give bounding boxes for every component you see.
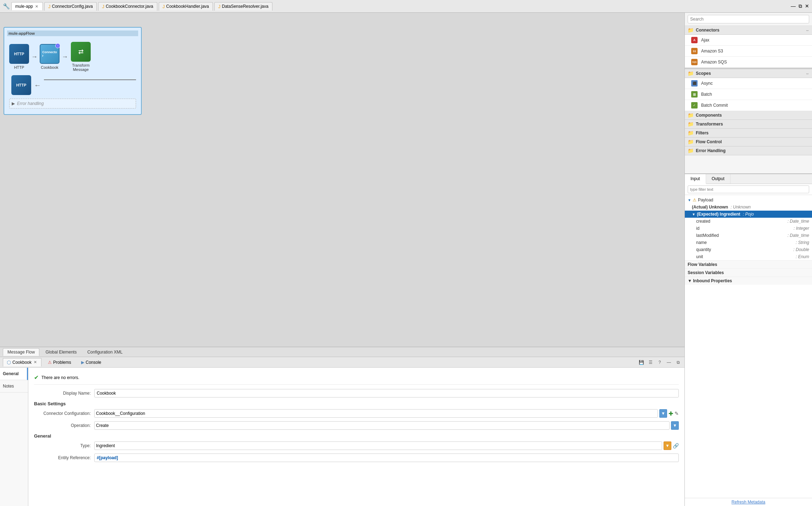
palette-section-error-handling[interactable]: 📁 Error Handling (685, 146, 812, 155)
app-tab-label: mule-app (15, 4, 33, 9)
transform-node[interactable]: ⇄ Transform Message (70, 42, 91, 72)
file-tab-4[interactable]: J DataSenseResolver.java (214, 2, 272, 11)
io-footer: Refresh Metadata (685, 498, 812, 506)
palette-search-input[interactable] (688, 15, 809, 23)
app-tab[interactable]: mule-app ✕ (11, 2, 43, 10)
id-type: : Integer (794, 226, 809, 231)
java-icon-2: J (102, 4, 105, 9)
http-node[interactable]: HTTP HTTP (9, 44, 29, 69)
palette-section-transformers[interactable]: 📁 Transformers (685, 120, 812, 129)
file-tab-2[interactable]: J CookbookConnector.java (98, 2, 157, 11)
unit-label: unit (696, 254, 793, 259)
file-tab-label-3: CookbookHandler.java (166, 4, 209, 9)
expected-bold: (Expected) Ingredient (697, 212, 740, 217)
maximize-panel-btn[interactable]: ⧉ (675, 359, 682, 366)
io-tab-input[interactable]: Input (685, 174, 706, 184)
console-label: Console (86, 360, 101, 365)
last-modified-type: : Date_time (788, 233, 809, 238)
tab-problems[interactable]: ⚠ Problems (44, 359, 75, 366)
tree-quantity[interactable]: quantity : Double (685, 246, 812, 253)
minimize-panel-btn[interactable]: — (665, 359, 672, 366)
tab-configuration-xml[interactable]: Configuration XML (83, 348, 127, 356)
palette-section-connectors[interactable]: 📁 Connectors ↔ (685, 26, 812, 35)
last-modified-label: lastModified (696, 233, 785, 238)
palette-item-batch[interactable]: ▦ Batch (685, 89, 812, 100)
close-btn[interactable]: ✕ (805, 3, 809, 9)
main-layout: mule-appFlow HTTP HTTP → Connector (0, 13, 812, 506)
refresh-metadata-link[interactable]: Refresh Metadata (732, 500, 765, 505)
file-tab-label-2: CookbookConnector.java (106, 4, 153, 9)
cookbook-area: ⬡ Cookbook ✕ ⚠ Problems ▶ Console 💾 ☰ ? … (0, 357, 684, 506)
file-tab-label-4: DataSenseResolver.java (222, 4, 268, 9)
return-arrow: ← (34, 81, 41, 89)
minimize-btn[interactable]: — (791, 3, 796, 9)
tree-last-modified[interactable]: lastModified : Date_time (685, 232, 812, 239)
tree-unit[interactable]: unit : Enum (685, 253, 812, 260)
palette-section-flow-control[interactable]: 📁 Flow Control (685, 138, 812, 146)
palette-item-async[interactable]: ⬛ Async (685, 78, 812, 89)
operation-arrow[interactable]: ▼ (671, 421, 679, 430)
tab-console[interactable]: ▶ Console (78, 359, 105, 366)
components-folder-icon: 📁 (688, 112, 694, 118)
cookbook-node[interactable]: Connector ↑ Cookbook (40, 44, 60, 69)
tree-payload[interactable]: ▼ ⚠ Payload (685, 196, 812, 204)
flow-nodes: HTTP HTTP → Connector ↑ Cookbook (7, 39, 138, 74)
tab-global-elements[interactable]: Global Elements (41, 348, 81, 356)
io-tree: ▼ ⚠ Payload (Actual) Unknown : Unknown ▼… (685, 195, 812, 498)
file-tab-1[interactable]: J ConnectorConfig.java (44, 2, 97, 11)
error-handling-section[interactable]: ▶ Error handling (9, 99, 136, 109)
restore-btn[interactable]: ⧉ (799, 3, 802, 9)
type-link-btn[interactable]: 🔗 (673, 443, 679, 449)
type-arrow[interactable]: ▼ (664, 441, 671, 450)
io-tabs: Input Output (685, 174, 812, 184)
app-icon: 🔧 (3, 3, 10, 10)
return-http-node[interactable]: HTTP (11, 75, 31, 95)
name-label: name (696, 240, 793, 245)
tree-actual-unknown[interactable]: (Actual) Unknown : Unknown (685, 204, 812, 211)
nav-general[interactable]: General (0, 368, 28, 380)
flow-variables-section[interactable]: Flow Variables (685, 260, 812, 268)
inbound-properties-section[interactable]: ▼ Inbound Properties (685, 277, 812, 285)
session-variables-section[interactable]: Session Variables (685, 268, 812, 277)
connector-config-select[interactable]: Cookbook__Configuration (94, 409, 658, 418)
edit-config-btn[interactable]: ✎ (675, 411, 679, 416)
unit-type: : Enum (796, 254, 809, 259)
help-btn[interactable]: ? (656, 359, 663, 366)
entity-ref-input[interactable] (94, 454, 679, 462)
tree-name[interactable]: name : String (685, 239, 812, 246)
palette-section-scopes[interactable]: 📁 Scopes ↔ (685, 69, 812, 78)
io-filter-input[interactable] (688, 185, 809, 193)
display-name-input[interactable] (94, 389, 679, 397)
connector-config-arrow[interactable]: ▼ (659, 409, 667, 418)
problems-icon: ⚠ (48, 360, 52, 365)
tree-expected-ingredient[interactable]: ▼ (Expected) Ingredient : Pojo (685, 211, 812, 218)
palette-section-filters[interactable]: 📁 Filters (685, 129, 812, 138)
tree-id[interactable]: id : Integer (685, 225, 812, 232)
palette-item-amazon-s3[interactable]: S3 Amazon S3 (685, 46, 812, 57)
palette-section-components[interactable]: 📁 Components (685, 111, 812, 120)
palette-item-ajax[interactable]: A Ajax (685, 35, 812, 46)
nav-notes[interactable]: Notes (0, 380, 28, 393)
file-tab-3[interactable]: J CookbookHandler.java (159, 2, 213, 11)
connectors-section-label: Connectors (696, 28, 803, 33)
palette-item-amazon-sqs[interactable]: SQS Amazon SQS (685, 57, 812, 68)
transform-node-icon: ⇄ (71, 42, 91, 62)
io-tab-output[interactable]: Output (706, 174, 731, 184)
palette-item-batch-commit[interactable]: ✓ Batch Commit (685, 100, 812, 111)
save-btn[interactable]: 💾 (638, 359, 645, 366)
list-btn[interactable]: ☰ (647, 359, 654, 366)
cookbook-tab-close[interactable]: ✕ (33, 360, 38, 365)
cookbook-tab-icon: ⬡ (7, 360, 11, 365)
components-section-label: Components (696, 113, 809, 118)
operation-select[interactable]: Create (94, 421, 670, 430)
type-select[interactable]: Ingredient (94, 441, 662, 450)
java-icon-1: J (48, 4, 51, 9)
tree-created[interactable]: created : Date_time (685, 218, 812, 225)
add-config-btn[interactable]: ✚ (669, 410, 673, 417)
app-tab-close[interactable]: ✕ (34, 4, 39, 9)
entity-ref-label: Entity Reference: (34, 455, 91, 460)
tab-message-flow[interactable]: Message Flow (3, 348, 39, 356)
actual-label: (Actual) Unknown : Unknown (692, 205, 751, 210)
payload-expand-icon: ▼ (688, 198, 691, 202)
cookbook-tab-main[interactable]: ⬡ Cookbook ✕ (3, 358, 41, 367)
